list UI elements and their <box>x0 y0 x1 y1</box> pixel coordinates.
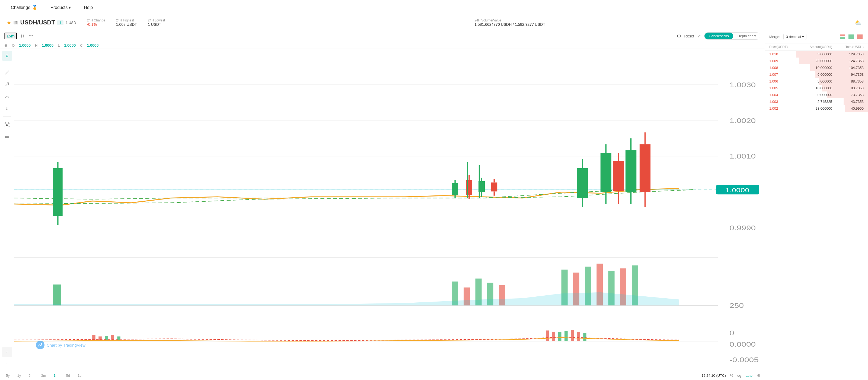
ask-price: 1.008 <box>769 66 801 70</box>
open-value: 1.0000 <box>19 43 31 48</box>
svg-text:1.0010: 1.0010 <box>730 152 756 160</box>
text-tool[interactable]: T <box>2 104 12 113</box>
toolbar-separator-1 <box>3 64 11 64</box>
svg-rect-62 <box>577 168 588 198</box>
ask-amount: 10.000000 <box>801 86 832 90</box>
measure-tool[interactable] <box>2 132 12 142</box>
percent-button[interactable]: % <box>730 374 734 378</box>
order-row-ask[interactable]: 1.00228.00000040.9900 <box>765 105 868 112</box>
order-row-ask[interactable]: 1.0032.74532543.7353 <box>765 98 868 105</box>
period-5y[interactable]: 5y <box>4 373 11 378</box>
chart-settings-button[interactable]: ⚙ <box>677 33 681 39</box>
favorite-star-icon[interactable]: ★ <box>6 19 11 26</box>
period-1y[interactable]: 1y <box>16 373 23 378</box>
view-both-button[interactable] <box>839 33 846 40</box>
products-nav-item[interactable]: Products ▾ <box>51 3 71 12</box>
left-drawing-toolbar: T <box>0 49 14 371</box>
chart-canvas-wrapper: T <box>0 49 765 371</box>
svg-rect-71 <box>625 150 637 192</box>
total-column-header: Total(USDH) <box>832 45 864 49</box>
orderbook-panel: Merge: 3 decimal ▾ <box>765 30 868 380</box>
svg-point-16 <box>8 126 9 127</box>
change-label: 24H Change <box>87 19 105 22</box>
toolbar-right: ⚙ Reset ⤢ Candlesticks Depth chart <box>677 32 760 40</box>
ask-price: 1.005 <box>769 86 801 90</box>
merge-select[interactable]: 3 decimal ▾ <box>783 34 806 40</box>
pct-log-buttons: % log <box>730 374 741 378</box>
order-row-ask[interactable]: 1.0076.00000094.7353 <box>765 71 868 78</box>
period-1d[interactable]: 1d <box>76 373 83 378</box>
main-layout: 15m 〜 ⚙ Reset ⤢ C <box>0 30 868 380</box>
log-button[interactable]: log <box>737 374 741 378</box>
candle-chart-icon[interactable] <box>20 34 26 38</box>
depth-chart-tab[interactable]: Depth chart <box>733 33 760 39</box>
period-6m[interactable]: 6m <box>27 373 35 378</box>
ask-price: 1.002 <box>769 107 801 111</box>
svg-rect-104 <box>840 37 845 39</box>
volume-value: 1,581.6624770 USDH / 1,582.9277 USDT <box>474 22 545 27</box>
weather-icon[interactable]: ⛅ <box>855 19 862 26</box>
bottom-settings-button[interactable]: ⚙ <box>757 373 760 378</box>
price-usd: 1 USD <box>66 21 76 25</box>
amount-column-header: Amount(USDH) <box>801 45 832 49</box>
ticker-24h-highest: 24H Highest 1.003 USDT <box>116 19 137 27</box>
chart-svg-container[interactable]: 1.0030 1.0020 1.0010 1.0000 0.9990 250 0… <box>14 49 765 371</box>
svg-rect-57 <box>491 182 497 192</box>
reset-button[interactable]: Reset <box>684 34 694 38</box>
order-row-ask[interactable]: 1.0065.00000088.7353 <box>765 78 868 85</box>
svg-line-10 <box>5 83 9 86</box>
period-5d[interactable]: 5d <box>65 373 72 378</box>
order-row-ask[interactable]: 1.00430.00000073.7353 <box>765 91 868 98</box>
products-label: Products <box>51 5 67 10</box>
svg-text:T: T <box>6 107 8 111</box>
order-row-ask[interactable]: 1.00920.000000124.7353 <box>765 58 868 64</box>
svg-rect-98 <box>558 332 561 341</box>
ask-price: 1.007 <box>769 72 801 77</box>
svg-text:0: 0 <box>730 329 734 337</box>
svg-point-14 <box>8 123 9 124</box>
order-row-ask[interactable]: 1.00810.000000104.7353 <box>765 64 868 71</box>
ask-amount: 5.000000 <box>801 79 832 83</box>
ask-price: 1.004 <box>769 93 801 97</box>
wave-indicator-icon[interactable]: 〜 <box>29 33 33 39</box>
svg-line-20 <box>8 125 8 126</box>
ask-price: 1.010 <box>769 52 801 56</box>
svg-rect-102 <box>583 333 586 341</box>
back-button[interactable]: ← <box>2 359 12 369</box>
period-1m[interactable]: 1m <box>52 373 60 378</box>
ask-amount: 5.000000 <box>801 52 832 56</box>
collapse-toolbar-button[interactable]: ‹ <box>2 347 12 357</box>
merge-label: Merge: <box>769 35 780 39</box>
ask-price: 1.009 <box>769 59 801 63</box>
arrow-tool[interactable] <box>2 80 12 89</box>
tradingview-text: Chart by TradingView <box>46 343 86 347</box>
expand-chart-button[interactable]: ⤢ <box>698 33 701 38</box>
view-ask-only-button[interactable] <box>847 33 855 40</box>
orderbook-list[interactable]: 1.0105.000000129.73531.00920.000000124.7… <box>765 51 868 380</box>
node-tool[interactable] <box>2 120 12 130</box>
help-nav-item[interactable]: Help <box>84 3 93 12</box>
timeframe-15m-button[interactable]: 15m <box>4 33 17 39</box>
order-row-ask[interactable]: 1.0105.000000129.7353 <box>765 51 868 58</box>
crosshair-tool[interactable] <box>2 51 12 61</box>
auto-button[interactable]: auto <box>746 374 752 378</box>
svg-rect-100 <box>571 330 574 341</box>
challenge-nav-item[interactable]: Challenge 🏅 <box>11 3 37 12</box>
chart-area: 15m 〜 ⚙ Reset ⤢ C <box>0 30 765 380</box>
svg-rect-103 <box>840 34 845 36</box>
ask-total: 73.7353 <box>832 93 864 97</box>
svg-rect-101 <box>577 332 580 341</box>
order-row-ask[interactable]: 1.00510.00000083.7353 <box>765 85 868 91</box>
line-tool[interactable] <box>2 67 12 77</box>
help-label: Help <box>84 5 93 10</box>
trading-chart-svg: 1.0030 1.0020 1.0010 1.0000 0.9990 250 0… <box>14 49 765 371</box>
toolbar-separator-3 <box>3 145 11 145</box>
info-icon[interactable]: [i] <box>13 21 18 24</box>
svg-text:0.0000: 0.0000 <box>730 341 756 348</box>
curve-tool[interactable] <box>2 91 12 101</box>
candlesticks-tab[interactable]: Candlesticks <box>705 33 733 39</box>
period-3m[interactable]: 3m <box>40 373 48 378</box>
view-bid-only-button[interactable] <box>856 33 864 40</box>
bottom-time-bar: 5y 1y 6m 3m 1m 5d 1d 12:24:10 (UTC) % lo… <box>0 371 765 380</box>
toolbar-left: 15m 〜 <box>4 33 33 39</box>
